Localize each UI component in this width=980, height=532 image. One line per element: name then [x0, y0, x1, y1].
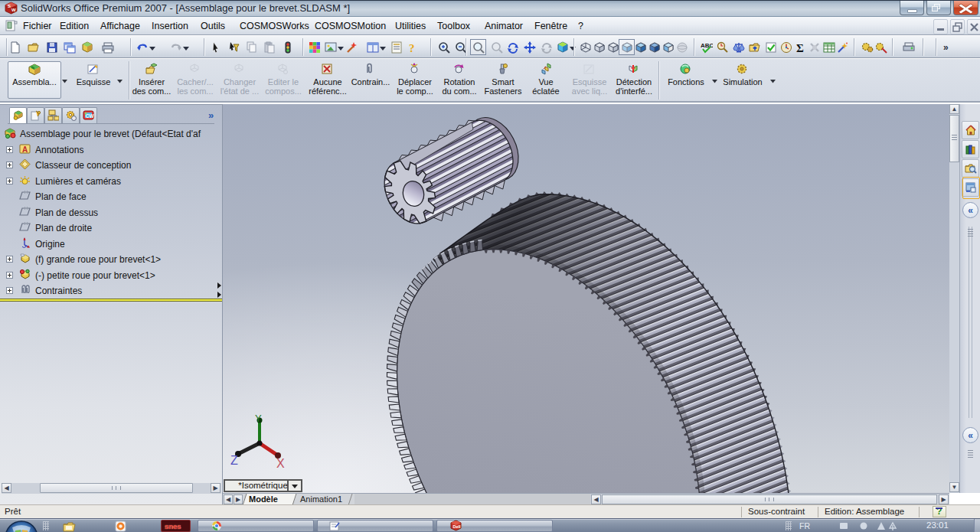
svg-text:W: W: [11, 8, 16, 12]
svg-text:»: »: [943, 42, 949, 53]
svg-text:S: S: [8, 4, 11, 8]
svg-text:Z: Z: [230, 454, 238, 467]
svg-text:?: ?: [409, 42, 415, 54]
svg-text:Y: Y: [255, 414, 262, 424]
svg-text:Dell: Dell: [453, 524, 462, 529]
svg-text:ABC: ABC: [701, 42, 713, 49]
svg-text:Σ: Σ: [796, 42, 804, 54]
svg-text:A: A: [22, 145, 28, 154]
svg-text:X: X: [276, 457, 285, 470]
